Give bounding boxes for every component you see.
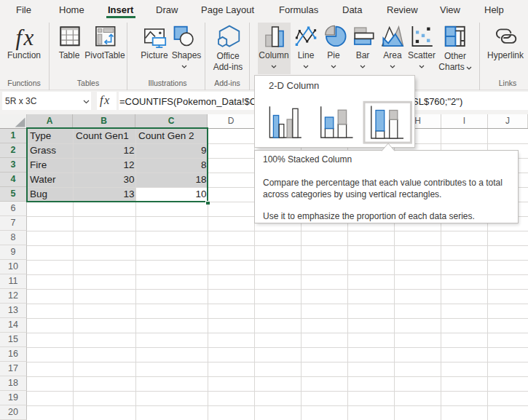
svg-text:fx: fx xyxy=(16,25,36,50)
